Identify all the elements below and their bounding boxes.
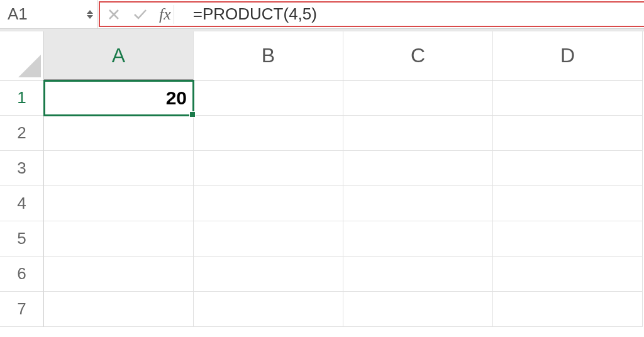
cell-b3[interactable] bbox=[194, 151, 343, 186]
column-header-d[interactable]: D bbox=[493, 31, 643, 80]
row-headers: 1 2 3 4 5 6 7 bbox=[0, 31, 44, 337]
cell-a2[interactable] bbox=[44, 116, 194, 151]
cell-a1[interactable]: 20 bbox=[44, 80, 194, 116]
cancel-icon[interactable] bbox=[106, 7, 121, 22]
row-header-2[interactable]: 2 bbox=[0, 116, 44, 151]
column-header-a[interactable]: A bbox=[44, 31, 194, 80]
cell-c5[interactable] bbox=[343, 221, 493, 257]
grid-row-1: 20 bbox=[44, 80, 644, 116]
grid-row-3 bbox=[44, 151, 644, 186]
cell-c3[interactable] bbox=[343, 151, 493, 186]
grid-row-5 bbox=[44, 221, 644, 257]
cell-a7[interactable] bbox=[44, 292, 194, 327]
grid-row-2 bbox=[44, 116, 644, 151]
cell-b1[interactable] bbox=[194, 80, 343, 116]
cell-d1[interactable] bbox=[493, 80, 643, 116]
cell-c4[interactable] bbox=[343, 186, 493, 221]
cell-c2[interactable] bbox=[343, 116, 493, 151]
row-header-4[interactable]: 4 bbox=[0, 186, 44, 221]
cell-d4[interactable] bbox=[493, 186, 643, 221]
grid-row-6 bbox=[44, 257, 644, 292]
cell-a3[interactable] bbox=[44, 151, 194, 186]
formula-input[interactable] bbox=[188, 0, 644, 28]
cell-c7[interactable] bbox=[343, 292, 493, 327]
grid-area: A B C D 20 bbox=[44, 31, 644, 337]
name-box-stepper[interactable] bbox=[87, 10, 93, 19]
name-box-value: A1 bbox=[8, 4, 28, 24]
insert-function-button[interactable]: fx bbox=[159, 5, 174, 24]
chevron-down-icon[interactable] bbox=[87, 15, 93, 19]
cell-d7[interactable] bbox=[493, 292, 643, 327]
column-headers: A B C D bbox=[44, 31, 644, 80]
grid-row-4 bbox=[44, 186, 644, 221]
cell-b5[interactable] bbox=[194, 221, 343, 257]
cell-d6[interactable] bbox=[493, 257, 643, 292]
row-header-3[interactable]: 3 bbox=[0, 151, 44, 186]
enter-icon[interactable] bbox=[133, 7, 148, 22]
column-header-b[interactable]: B bbox=[194, 31, 343, 80]
cell-a6[interactable] bbox=[44, 257, 194, 292]
row-header-1[interactable]: 1 bbox=[0, 80, 44, 116]
cell-b4[interactable] bbox=[194, 186, 343, 221]
cell-d5[interactable] bbox=[493, 221, 643, 257]
cell-a4[interactable] bbox=[44, 186, 194, 221]
cell-a5[interactable] bbox=[44, 221, 194, 257]
grid-row-7 bbox=[44, 292, 644, 327]
cell-b7[interactable] bbox=[194, 292, 343, 327]
name-box[interactable]: A1 bbox=[0, 0, 97, 28]
row-header-5[interactable]: 5 bbox=[0, 221, 44, 257]
spreadsheet-grid: 1 2 3 4 5 6 7 A B C D 20 bbox=[0, 29, 644, 337]
select-all-triangle-icon bbox=[18, 55, 41, 77]
cell-c1[interactable] bbox=[343, 80, 493, 116]
select-all-cell[interactable] bbox=[0, 31, 44, 80]
cell-b2[interactable] bbox=[194, 116, 343, 151]
row-header-7[interactable]: 7 bbox=[0, 292, 44, 327]
cell-c6[interactable] bbox=[343, 257, 493, 292]
grid-rows: 20 bbox=[44, 80, 644, 327]
column-header-c[interactable]: C bbox=[343, 31, 493, 80]
cell-d3[interactable] bbox=[493, 151, 643, 186]
formula-controls: fx bbox=[97, 0, 188, 28]
chevron-up-icon[interactable] bbox=[87, 10, 93, 14]
cell-d2[interactable] bbox=[493, 116, 643, 151]
formula-bar-container: fx bbox=[97, 0, 644, 28]
row-header-6[interactable]: 6 bbox=[0, 257, 44, 292]
cell-b6[interactable] bbox=[194, 257, 343, 292]
formula-bar-row: A1 fx bbox=[0, 0, 644, 29]
